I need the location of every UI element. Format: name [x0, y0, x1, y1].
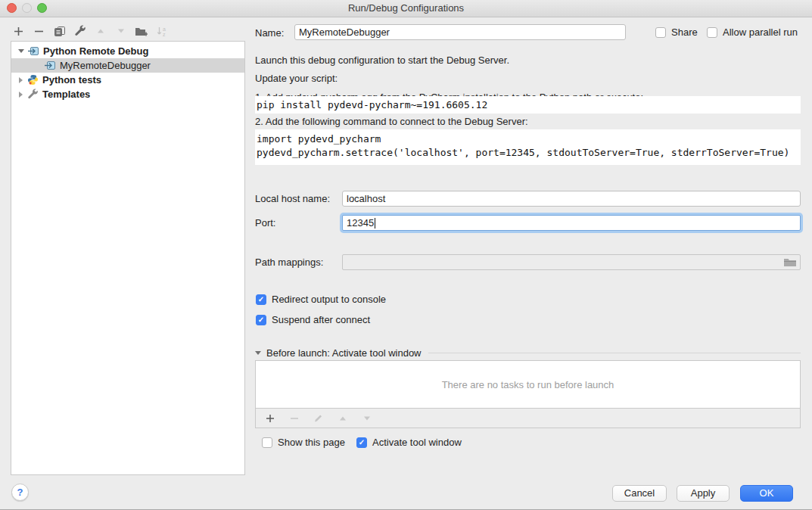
before-launch-title: Before launch: Activate tool window — [266, 347, 422, 359]
name-input[interactable] — [294, 24, 626, 40]
suspend-after-connect-label: Suspend after connect — [272, 314, 370, 325]
step-2-text: 2. Add the following command to connect … — [255, 116, 528, 127]
show-this-page-checkbox[interactable] — [262, 437, 272, 448]
minimize-window-button — [22, 3, 32, 13]
tree-item-python-remote-debug[interactable]: Python Remote Debug — [11, 44, 244, 58]
collapse-section-icon[interactable] — [255, 351, 261, 355]
move-down-icon — [114, 25, 127, 38]
zoom-window-button[interactable] — [37, 3, 47, 13]
sort-alphabetically-icon: az — [155, 25, 168, 38]
window-controls — [7, 3, 47, 13]
activate-tool-window-checkbox[interactable] — [356, 437, 367, 448]
python-icon — [27, 74, 39, 86]
tree-item-label: Python Remote Debug — [43, 45, 148, 57]
activate-tool-window-label: Activate tool window — [372, 437, 462, 448]
title-bar: Run/Debug Configurations — [0, 0, 812, 17]
remove-configuration-icon[interactable] — [33, 25, 45, 38]
section-divider — [428, 353, 801, 353]
local-host-name-input[interactable] — [342, 191, 801, 207]
move-task-up-icon — [336, 412, 349, 424]
share-checkbox-row: Share — [655, 26, 698, 38]
tree-item-label: Python tests — [42, 74, 101, 86]
redirect-output-row: Redirect output to console — [256, 294, 386, 305]
show-this-page-row: Show this page — [262, 437, 345, 448]
svg-text:a: a — [163, 26, 166, 32]
apply-button[interactable]: Apply — [677, 485, 730, 502]
tree-item-label: MyRemoteDebugger — [60, 60, 151, 71]
tree-item-python-tests[interactable]: Python tests — [11, 73, 244, 87]
configuration-editor: Name: Share Allow parallel run Launch th… — [255, 17, 812, 510]
new-folder-icon[interactable] — [135, 25, 148, 38]
redirect-output-label: Redirect output to console — [272, 294, 386, 305]
remote-debug-icon — [27, 46, 39, 56]
svg-text:z: z — [163, 32, 166, 37]
path-mappings-input — [342, 254, 801, 270]
run-debug-configurations-dialog: Run/Debug Configurations az — [0, 0, 812, 510]
tree-item-myremotedebugger[interactable]: MyRemoteDebugger — [11, 58, 244, 73]
add-configuration-icon[interactable] — [12, 25, 25, 38]
allow-parallel-run-label: Allow parallel run — [723, 26, 798, 38]
before-launch-tasks-panel: There are no tasks to run before launch — [255, 360, 801, 428]
expand-collapse-icon[interactable] — [16, 92, 26, 98]
close-window-button[interactable] — [7, 3, 17, 13]
expand-collapse-icon[interactable] — [16, 49, 26, 53]
port-value: 12345 — [347, 217, 374, 229]
port-label: Port: — [255, 217, 275, 229]
before-launch-section-header[interactable]: Before launch: Activate tool window — [255, 347, 801, 359]
before-launch-toolbar — [256, 408, 800, 428]
ok-button[interactable]: OK — [740, 485, 793, 502]
suspend-after-connect-row: Suspend after connect — [256, 314, 370, 325]
window-title: Run/Debug Configurations — [348, 2, 464, 14]
cancel-button[interactable]: Cancel — [612, 485, 667, 502]
help-button[interactable]: ? — [11, 484, 29, 501]
empty-tasks-text: There are no tasks to run before launch — [442, 379, 614, 390]
wrench-icon — [27, 89, 39, 100]
share-label: Share — [671, 26, 698, 38]
before-launch-empty-list: There are no tasks to run before launch — [256, 361, 800, 408]
path-mappings-label: Path mappings: — [255, 257, 323, 268]
share-checkbox[interactable] — [655, 27, 666, 38]
redirect-output-checkbox[interactable] — [256, 294, 266, 305]
port-input[interactable]: 12345 — [342, 215, 801, 231]
edit-defaults-wrench-icon[interactable] — [73, 25, 86, 38]
suspend-after-connect-checkbox[interactable] — [256, 315, 266, 325]
pip-install-code: pip install pydevd-pycharm~=191.6605.12 — [255, 96, 801, 114]
configurations-toolbar: az — [12, 23, 168, 39]
expand-collapse-icon[interactable] — [16, 77, 26, 83]
move-task-down-icon — [360, 412, 373, 424]
edit-task-pencil-icon — [312, 412, 325, 424]
activate-tool-window-row: Activate tool window — [356, 437, 462, 448]
move-up-icon — [94, 25, 107, 38]
name-label: Name: — [255, 27, 284, 39]
tree-item-templates[interactable]: Templates — [11, 87, 244, 101]
copy-configuration-icon[interactable] — [53, 25, 66, 38]
intro-line-1: Launch this debug configuration to start… — [255, 54, 509, 66]
local-host-name-label: Local host name: — [255, 193, 330, 204]
tree-item-label: Templates — [42, 89, 90, 100]
settrace-code: import pydevd_pycharm pydevd_pycharm.set… — [255, 129, 801, 165]
text-caret — [375, 218, 375, 229]
remote-debug-icon — [44, 61, 56, 70]
allow-parallel-run-checkbox-row: Allow parallel run — [707, 26, 798, 38]
add-task-icon[interactable] — [263, 412, 276, 424]
show-this-page-label: Show this page — [278, 437, 345, 448]
configurations-tree: Python Remote Debug MyRemoteDebugger Pyt… — [11, 41, 245, 475]
browse-folder-icon[interactable] — [783, 257, 797, 269]
code-line: pydevd_pycharm.settrace('localhost', por… — [257, 146, 801, 160]
remove-task-icon — [288, 412, 300, 424]
allow-parallel-run-checkbox[interactable] — [707, 27, 717, 38]
code-line: import pydevd_pycharm — [257, 132, 801, 146]
